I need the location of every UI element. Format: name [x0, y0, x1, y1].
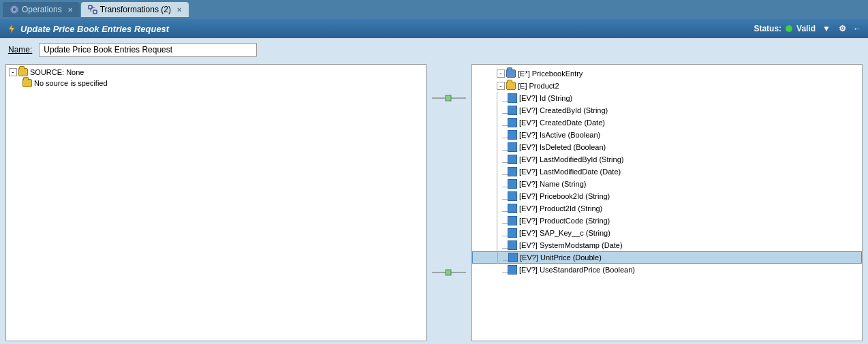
- unitprice-label: [EV?] UnitPrice (Double): [520, 253, 602, 262]
- node-isdeleted[interactable]: [EV?] IsDeleted (Boolean): [472, 141, 862, 153]
- connector-svg: [432, 64, 466, 337]
- lastmodifiedbyid-icon: [508, 155, 517, 164]
- isdeleted-label: [EV?] IsDeleted (Boolean): [519, 143, 606, 151]
- lastmodifieddate-label: [EV?] LastModifiedDate (Date): [519, 168, 621, 176]
- usestandardprice-icon: [508, 265, 517, 275]
- source-root: - SOURCE: None: [6, 65, 426, 77]
- sapkey-label: [EV?] SAP_Key__c (String): [519, 229, 610, 237]
- node-unitprice[interactable]: [EV?] UnitPrice (Double): [472, 251, 862, 264]
- node-systemmodstamp[interactable]: [EV?] SystemModstamp (Date): [472, 239, 862, 251]
- node-product2id[interactable]: [EV?] Product2Id (String): [472, 202, 862, 215]
- pricebook2id-icon: [508, 191, 517, 201]
- name-row: Name:: [0, 38, 868, 61]
- node-usestandardprice[interactable]: [EV?] UseStandardPrice (Boolean): [472, 264, 862, 276]
- status-label: Status:: [754, 24, 781, 33]
- createddate-icon: [508, 118, 517, 127]
- status-area: Status: Valid ▼ ⚙ ←: [754, 24, 861, 33]
- svg-rect-2: [89, 5, 92, 9]
- tab-operations-close[interactable]: ✕: [67, 6, 73, 14]
- systemmodstamp-label: [EV?] SystemModstamp (Date): [519, 241, 623, 249]
- main-content: - SOURCE: None No source is specified: [0, 61, 868, 344]
- tab-operations[interactable]: Operations ✕: [3, 2, 80, 17]
- createddate-label: [EV?] CreatedDate (Date): [519, 119, 605, 127]
- dropdown-icon[interactable]: ▼: [822, 24, 831, 33]
- status-dot: [786, 25, 792, 32]
- node-productcode[interactable]: [EV?] ProductCode (String): [472, 215, 862, 227]
- isdeleted-icon: [508, 142, 517, 152]
- tab-transformations-close[interactable]: ✕: [176, 6, 182, 14]
- pricebookentry-folder-icon: [506, 69, 516, 78]
- createdbyid-label: [EV?] CreatedById (String): [519, 106, 608, 114]
- source-panel[interactable]: - SOURCE: None No source is specified: [5, 64, 427, 341]
- usestandardprice-label: [EV?] UseStandardPrice (Boolean): [519, 266, 635, 274]
- conn-dot-bottom: [446, 270, 451, 275]
- node-name[interactable]: [EV?] Name (String): [472, 178, 862, 190]
- mapping-area: [432, 64, 466, 341]
- node-createddate[interactable]: [EV?] CreatedDate (Date): [472, 116, 862, 129]
- source-folder-icon: [18, 68, 28, 76]
- source-expand[interactable]: -: [9, 68, 17, 76]
- settings-icon[interactable]: ⚙: [839, 24, 846, 33]
- sapkey-icon: [508, 228, 517, 238]
- name-input[interactable]: [39, 43, 257, 57]
- source-child-folder-icon: [22, 79, 32, 87]
- tab-bar: Operations ✕ Transformations (2) ✕: [0, 0, 868, 19]
- createdbyid-icon: [508, 106, 517, 115]
- pricebookentry-expand[interactable]: -: [497, 69, 505, 78]
- name-label: Name:: [8, 45, 32, 54]
- back-icon[interactable]: ←: [853, 24, 861, 33]
- conn-dot-top: [446, 95, 451, 101]
- productcode-label: [EV?] ProductCode (String): [519, 217, 610, 225]
- status-value: Valid: [796, 24, 816, 33]
- tab-transformations[interactable]: Transformations (2) ✕: [81, 2, 189, 17]
- lightning-icon: [7, 24, 16, 33]
- pricebookentry-label: [E*] PricebookEntry: [518, 69, 583, 78]
- svg-point-0: [12, 7, 16, 12]
- product2id-icon: [508, 204, 517, 213]
- svg-marker-6: [9, 25, 14, 33]
- product2-label: [E] Product2: [518, 82, 559, 90]
- product2-folder-icon: [506, 82, 516, 90]
- node-lastmodifieddate[interactable]: [EV?] LastModifiedDate (Date): [472, 166, 862, 178]
- isactive-label: [EV?] IsActive (Boolean): [519, 131, 600, 139]
- node-product2[interactable]: - [E] Product2: [472, 80, 862, 92]
- transform-icon: [88, 5, 97, 14]
- node-id[interactable]: [EV?] Id (String): [472, 92, 862, 104]
- source-root-label: SOURCE: None: [30, 68, 84, 76]
- node-pricebook2id[interactable]: [EV?] Pricebook2Id (String): [472, 190, 862, 202]
- systemmodstamp-icon: [508, 240, 517, 250]
- product2id-label: [EV?] Product2Id (String): [519, 204, 602, 213]
- node-lastmodifiedbyid[interactable]: [EV?] LastModifiedById (String): [472, 153, 862, 166]
- node-sap-key[interactable]: [EV?] SAP_Key__c (String): [472, 227, 862, 239]
- source-child: No source is specified: [6, 77, 426, 89]
- target-panel[interactable]: - [E*] PricebookEntry - [E] Product2 [EV…: [471, 64, 863, 341]
- header-title: Update Price Book Entries Request: [20, 24, 169, 34]
- node-isactive[interactable]: [EV?] IsActive (Boolean): [472, 129, 862, 141]
- node-createdbyid[interactable]: [EV?] CreatedById (String): [472, 104, 862, 116]
- id-icon: [508, 93, 517, 103]
- product2-expand[interactable]: -: [497, 82, 505, 90]
- tab-transformations-label: Transformations (2): [100, 5, 171, 14]
- name-icon: [508, 179, 517, 189]
- lastmodifiedbyid-label: [EV?] LastModifiedById (String): [519, 155, 623, 163]
- header-title-area: Update Price Book Entries Request: [7, 24, 754, 34]
- pricebook2id-label: [EV?] Pricebook2Id (String): [519, 192, 610, 200]
- unitprice-icon: [508, 253, 518, 262]
- lastmodifieddate-icon: [508, 167, 517, 176]
- isactive-icon: [508, 130, 517, 140]
- header-bar: Update Price Book Entries Request Status…: [0, 19, 868, 38]
- svg-rect-3: [93, 10, 97, 14]
- gear-icon: [10, 5, 19, 14]
- name-node-label: [EV?] Name (String): [519, 180, 586, 188]
- id-label: [EV?] Id (String): [519, 94, 572, 102]
- tab-operations-label: Operations: [22, 5, 62, 14]
- source-child-label: No source is specified: [34, 79, 108, 87]
- productcode-icon: [508, 216, 517, 225]
- node-pricebookentry[interactable]: - [E*] PricebookEntry: [472, 67, 862, 80]
